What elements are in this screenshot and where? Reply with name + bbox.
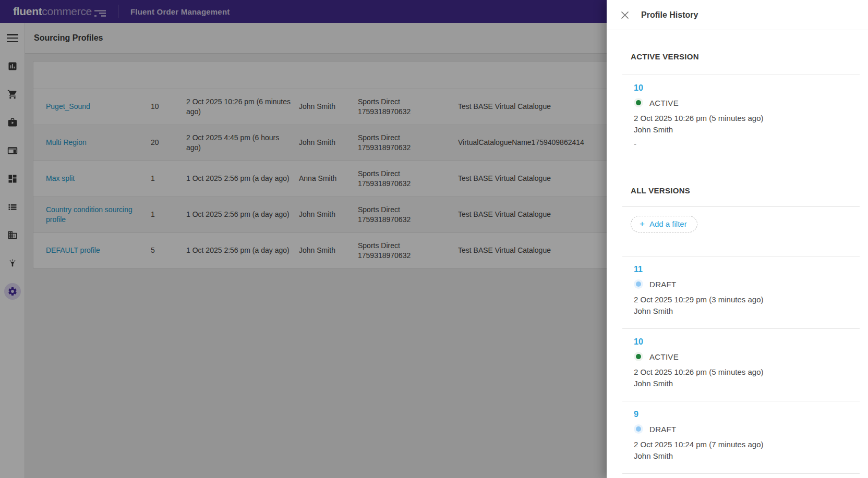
status-badge: DRAFT bbox=[649, 425, 677, 434]
status-dot bbox=[634, 279, 643, 289]
status-row: DRAFT bbox=[634, 279, 860, 289]
status-row: ACTIVE bbox=[634, 98, 860, 107]
version-author: John Smith bbox=[634, 450, 860, 462]
panel-header: Profile History bbox=[607, 0, 868, 30]
screen: fluentcommerce Fluent Order Management bbox=[0, 0, 868, 478]
version-entry: 11 DRAFT 2 Oct 2025 10:29 pm (3 minutes … bbox=[622, 256, 860, 329]
status-badge: ACTIVE bbox=[649, 352, 679, 361]
version-entry: 8 bbox=[622, 474, 860, 478]
profile-history-panel: Profile History ACTIVE VERSION 10 ACTIVE… bbox=[607, 0, 868, 478]
version-number-link[interactable]: 10 bbox=[634, 337, 643, 347]
active-version-heading: ACTIVE VERSION bbox=[631, 52, 860, 61]
close-icon[interactable] bbox=[620, 10, 630, 20]
divider bbox=[622, 206, 860, 207]
active-version-entry: 10 ACTIVE 2 Oct 2025 10:26 pm (5 minutes… bbox=[622, 75, 860, 161]
status-badge: DRAFT bbox=[649, 280, 677, 289]
version-date: 2 Oct 2025 10:24 pm (7 minutes ago) bbox=[634, 439, 860, 450]
version-author: John Smith bbox=[634, 378, 860, 389]
panel-title: Profile History bbox=[641, 10, 698, 20]
panel-body: ACTIVE VERSION 10 ACTIVE 2 Oct 2025 10:2… bbox=[607, 30, 868, 478]
version-date: 2 Oct 2025 10:26 pm (5 minutes ago) bbox=[634, 366, 860, 378]
version-comment: - bbox=[634, 138, 860, 150]
all-versions-heading: ALL VERSIONS bbox=[631, 186, 860, 195]
status-dot bbox=[634, 424, 643, 434]
version-entry: 9 DRAFT 2 Oct 2025 10:24 pm (7 minutes a… bbox=[622, 401, 860, 474]
version-date: 2 Oct 2025 10:26 pm (5 minutes ago) bbox=[634, 113, 860, 124]
version-number-link[interactable]: 9 bbox=[634, 410, 638, 419]
add-filter-label: Add a filter bbox=[649, 219, 687, 228]
version-entry: 10 ACTIVE 2 Oct 2025 10:26 pm (5 minutes… bbox=[622, 329, 860, 401]
plus-icon: + bbox=[640, 220, 645, 228]
version-date: 2 Oct 2025 10:29 pm (3 minutes ago) bbox=[634, 294, 860, 305]
status-badge: ACTIVE bbox=[649, 99, 679, 107]
version-list: 11 DRAFT 2 Oct 2025 10:29 pm (3 minutes … bbox=[622, 256, 860, 478]
version-number-link[interactable]: 11 bbox=[634, 265, 643, 274]
status-dot bbox=[634, 98, 643, 107]
version-number-link[interactable]: 10 bbox=[634, 83, 643, 93]
status-row: ACTIVE bbox=[634, 352, 860, 361]
version-author: John Smith bbox=[634, 124, 860, 136]
status-dot bbox=[634, 352, 643, 361]
add-filter-button[interactable]: + Add a filter bbox=[631, 216, 697, 232]
status-row: DRAFT bbox=[634, 424, 860, 434]
version-author: John Smith bbox=[634, 305, 860, 317]
